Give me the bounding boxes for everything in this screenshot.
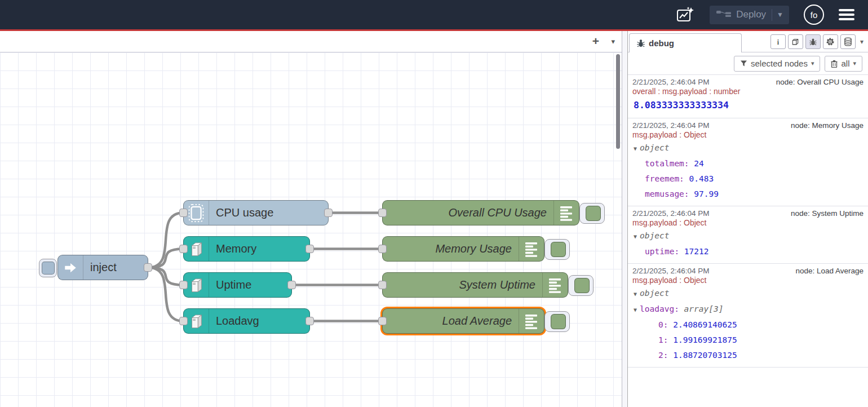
debug-enable-toggle[interactable]	[568, 275, 594, 296]
flow-node-dbg-loadavg[interactable]: Load Average	[382, 308, 544, 334]
message-row: totalmem: 24	[632, 156, 863, 171]
sidebar-splitter[interactable]	[622, 31, 628, 407]
message-row[interactable]: ▼object	[632, 228, 863, 244]
message-row: 2: 1.88720703125	[632, 348, 863, 363]
debug-clear-label: all	[841, 59, 849, 68]
canvas-vertical-scrollbar[interactable]	[616, 54, 620, 149]
message-node-name: node: System Uptime	[791, 209, 863, 218]
flow-node-dbg-overall-cpu[interactable]: Overall CPU Usage	[382, 200, 579, 225]
sidebar-tools-caret-icon[interactable]: ▾	[860, 38, 863, 46]
flow-node-loadavg[interactable]: Loadavg	[183, 308, 310, 334]
collapse-caret-icon[interactable]: ▼	[634, 233, 637, 240]
inject-trigger-button[interactable]	[39, 259, 57, 277]
user-avatar[interactable]: fo	[804, 5, 824, 25]
message-row[interactable]: ▼object	[632, 140, 863, 156]
input-port[interactable]	[378, 245, 387, 253]
tab-debug-label: debug	[649, 38, 674, 48]
message-property: msg.payload : Object	[632, 130, 863, 139]
flow-node-inject[interactable]: inject	[57, 255, 148, 280]
filter-funnel-icon	[740, 60, 747, 67]
avatar-initials: fo	[811, 10, 818, 20]
node-label: Loadavg	[209, 309, 309, 333]
node-label: Memory	[209, 237, 309, 261]
collapse-caret-icon[interactable]: ▼	[634, 145, 637, 152]
output-port[interactable]	[305, 317, 314, 325]
flow-node-memory[interactable]: Memory	[183, 236, 310, 262]
message-property: msg.payload : Object	[632, 276, 863, 285]
main-menu-icon[interactable]	[839, 9, 854, 20]
debug-enable-toggle[interactable]	[544, 239, 570, 260]
assistant-icon[interactable]	[676, 6, 695, 23]
debug-toolbar: selected nodes ▾ all ▾	[628, 52, 868, 75]
message-content: 8.083333333333334	[632, 97, 863, 114]
input-port[interactable]	[378, 209, 387, 217]
debug-icon	[519, 237, 544, 261]
message-timestamp: 2/21/2025, 2:46:04 PM	[632, 267, 710, 275]
node-label: Memory Usage	[383, 237, 519, 261]
debug-message-2: 2/21/2025, 2:46:04 PM node: System Uptim…	[628, 206, 868, 264]
input-port[interactable]	[179, 317, 188, 325]
sidebar-tool-gear-icon[interactable]	[823, 34, 838, 49]
flow-node-dbg-uptime[interactable]: System Uptime	[382, 272, 568, 298]
input-port[interactable]	[179, 245, 188, 253]
node-label: System Uptime	[383, 273, 542, 297]
message-node-name: node: Memory Usage	[791, 121, 863, 130]
trash-icon	[831, 60, 838, 68]
wires-layer	[0, 52, 622, 407]
debug-message-list: 2/21/2025, 2:46:04 PM node: Overall CPU …	[628, 75, 868, 407]
sidebar-tool-book-icon[interactable]	[788, 34, 803, 49]
debug-clear-button[interactable]: all ▾	[825, 56, 862, 72]
flow-canvas[interactable]: injectCPU usageMemoryUptimeLoadavgOveral…	[0, 52, 622, 407]
flow-node-cpu[interactable]: CPU usage	[183, 200, 329, 225]
input-port[interactable]	[179, 209, 188, 217]
output-port[interactable]	[305, 245, 314, 253]
message-row: 1: 1.99169921875	[632, 333, 863, 348]
flow-list-caret-icon[interactable]: ▾	[611, 37, 615, 46]
deploy-button[interactable]: Deploy ▼	[710, 6, 789, 24]
deploy-caret-icon[interactable]: ▼	[777, 11, 783, 19]
message-row: 8.083333333333334	[632, 97, 863, 114]
deploy-label: Deploy	[736, 9, 766, 20]
message-row[interactable]: ▼loadavg: array[3]	[632, 302, 863, 317]
debug-enable-toggle[interactable]	[544, 311, 570, 332]
node-label: Overall CPU Usage	[383, 201, 553, 225]
debug-filter-button[interactable]: selected nodes ▾	[734, 56, 820, 72]
input-port[interactable]	[378, 317, 387, 325]
arrow-icon	[58, 255, 83, 280]
message-property: msg.payload : Object	[632, 218, 863, 227]
deploy-divider	[772, 9, 772, 21]
node-label: inject	[83, 255, 148, 280]
flow-node-uptime[interactable]: Uptime	[183, 272, 292, 298]
output-port[interactable]	[287, 281, 296, 289]
add-flow-button[interactable]: +	[592, 35, 599, 47]
message-timestamp: 2/21/2025, 2:46:04 PM	[632, 121, 710, 130]
flow-editor: + ▾ injectCPU usageMemoryUptimeLoadavgOv…	[0, 31, 622, 407]
output-port[interactable]	[324, 209, 333, 217]
message-content: ▼objectuptime: 17212	[632, 228, 863, 259]
debug-enable-toggle[interactable]	[579, 203, 605, 224]
message-meta: 2/21/2025, 2:46:04 PM node: Memory Usage	[632, 121, 863, 130]
debug-icon	[519, 309, 544, 333]
sidebar-tool-db-icon[interactable]	[840, 34, 856, 49]
collapse-caret-icon[interactable]: ▼	[634, 291, 637, 297]
sidebar-tool-info-icon[interactable]: i	[770, 34, 786, 49]
message-row: 0: 2.40869140625	[632, 317, 863, 333]
message-row: freemem: 0.483	[632, 171, 863, 187]
message-timestamp: 2/21/2025, 2:46:04 PM	[632, 78, 710, 86]
header: Deploy ▼ fo	[0, 0, 868, 29]
message-row: uptime: 17212	[632, 244, 863, 259]
message-row[interactable]: ▼object	[632, 286, 863, 302]
debug-icon	[542, 273, 568, 297]
message-node-name: node: Load Average	[795, 267, 863, 275]
output-port[interactable]	[144, 263, 152, 272]
sidebar-tool-bug-icon[interactable]	[805, 34, 821, 49]
wire-inject-to-uptime[interactable]	[148, 268, 183, 285]
svg-text:i: i	[777, 38, 780, 46]
input-port[interactable]	[378, 281, 387, 289]
input-port[interactable]	[179, 281, 188, 289]
sidebar-tool-buttons: i▾	[770, 34, 863, 49]
tab-debug[interactable]: debug	[629, 33, 742, 52]
flow-node-dbg-memory[interactable]: Memory Usage	[382, 236, 544, 262]
debug-message-3: 2/21/2025, 2:46:04 PM node: Load Average…	[628, 264, 868, 368]
collapse-caret-icon[interactable]: ▼	[634, 307, 637, 313]
